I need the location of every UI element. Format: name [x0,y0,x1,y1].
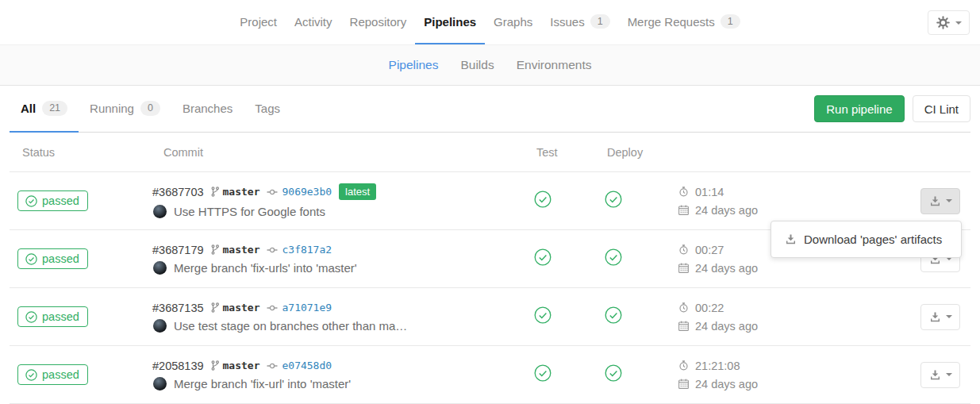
commit-cell: #2058139 master e07458d0 [152,360,525,391]
latest-badge: latest [339,183,376,200]
stage-test-status[interactable] [534,306,551,324]
age-line: 24 days ago [678,378,792,391]
pipeline-id-link[interactable]: #3687703 [152,186,204,198]
stage-deploy-status[interactable] [605,306,622,324]
commit-title-link[interactable]: Use HTTPS for Google fonts [174,205,325,218]
settings-dropdown-button[interactable] [928,10,970,35]
stage-passed-icon [534,248,551,266]
stopwatch-icon [678,360,689,371]
sub-nav-list: Pipelines Builds Environments [378,58,603,72]
status-cell: passed [10,248,152,269]
author-avatar[interactable] [153,377,167,391]
chevron-down-icon [955,21,962,25]
commit-title-link[interactable]: Merge branch 'fix-urls' into 'master' [174,261,357,275]
sub-nav-item[interactable]: Environments [505,58,603,72]
actions-cell [792,362,970,388]
ci-lint-button[interactable]: CI Lint [913,95,970,122]
pipeline-filter-tab[interactable]: Branches [171,86,244,133]
time-cell: 21:21:08 24 days ago [667,360,792,391]
age-line: 24 days ago [678,320,792,333]
top-nav-item[interactable]: Repository [341,0,416,44]
stopwatch-icon [678,187,689,197]
artifacts-button[interactable] [920,362,960,388]
header-commit: Commit [152,146,525,159]
top-nav-item[interactable]: Project [231,0,286,44]
commit-meta: #3687179 master c3f817a2 [152,244,525,256]
stage-deploy-status[interactable] [605,364,622,382]
status-cell: passed [10,306,152,327]
download-icon [785,233,797,245]
branch-link[interactable]: master [211,360,260,371]
branch-link[interactable]: master [211,244,260,256]
pipeline-id-link[interactable]: #3687179 [152,244,204,256]
pipeline-filter-tab[interactable]: Running 0 [79,86,171,133]
top-nav-item-badge: 1 [721,14,740,29]
commit-sha-wrap: e07458d0 [267,360,332,371]
stage-passed-icon [534,364,551,382]
author-avatar[interactable] [153,319,167,333]
tab-count-badge: 0 [140,101,160,116]
stage-passed-icon [534,190,551,208]
stage-deploy-cell [596,248,667,269]
pipeline-id-link[interactable]: #3687135 [152,302,204,314]
commit-sha-link[interactable]: a71071e9 [282,302,332,314]
sub-nav-item[interactable]: Builds [449,58,505,72]
pipeline-filter-tab[interactable]: Tags [244,86,291,133]
commit-cell: #3687135 master a71071e9 [152,302,525,333]
status-badge[interactable]: passed [17,248,88,269]
stage-deploy-status[interactable] [605,190,622,208]
stopwatch-icon [678,244,689,255]
top-nav-item[interactable]: Merge Requests 1 [619,0,749,44]
commit-cell: #3687179 master c3f817a2 [152,244,525,275]
top-nav-item[interactable]: Issues 1 [541,0,618,44]
pipeline-filter-tabs: All 21 Running 0 Branches Tags [10,86,291,132]
age-value: 24 days ago [695,320,758,333]
stage-test-cell [525,190,596,211]
tab-label: Tags [255,102,280,115]
branch-link[interactable]: master [211,186,260,198]
commit-sha-link[interactable]: c3f817a2 [282,244,332,256]
commit-sha-link[interactable]: e07458d0 [282,360,332,371]
stage-test-status[interactable] [534,248,551,266]
top-nav-item-label: Project [240,15,277,29]
commit-title-line: Merge branch 'fix-urls' into 'master' [152,261,525,275]
status-badge[interactable]: passed [17,190,88,211]
download-icon [929,195,941,207]
chevron-down-icon [946,373,952,376]
duration-value: 00:22 [695,302,724,314]
check-circle-icon [25,311,37,323]
status-badge[interactable]: passed [17,306,88,327]
stage-passed-icon [605,190,622,208]
sub-nav-item[interactable]: Pipelines [378,58,450,72]
branch-link[interactable]: master [211,302,260,314]
stage-test-cell [525,248,596,269]
stage-passed-icon [605,364,622,382]
commit-title-link[interactable]: Use test stage on branches other than ma… [174,319,407,333]
top-nav-item[interactable]: Pipelines [415,0,485,44]
stage-deploy-cell [596,306,667,327]
artifacts-button[interactable] [920,304,960,330]
download-pages-artifacts-item[interactable]: Download 'pages' artifacts [771,228,961,251]
commit-title-link[interactable]: Merge branch 'fix-url' into 'master' [174,377,351,391]
top-nav-item-badge: 1 [590,14,610,29]
artifacts-button[interactable] [920,188,960,214]
top-nav-item[interactable]: Activity [286,0,341,44]
pipeline-id-link[interactable]: #2058139 [152,360,204,372]
git-commit-icon [267,304,278,312]
commit-sha-link[interactable]: 9069e3b0 [282,186,332,198]
download-icon [929,369,941,381]
actions-cell [792,304,970,330]
stage-test-status[interactable] [534,190,551,208]
author-avatar[interactable] [153,205,167,218]
status-badge[interactable]: passed [17,364,88,385]
stage-deploy-cell [596,364,667,385]
pipeline-filter-tab[interactable]: All 21 [10,86,79,133]
top-nav-item[interactable]: Graphs [485,0,541,44]
stage-passed-icon [605,248,622,266]
stage-test-status[interactable] [534,364,551,382]
stage-deploy-status[interactable] [605,248,622,266]
check-circle-icon [25,195,37,207]
artifacts-dropdown-menu: Download 'pages' artifacts [771,221,962,258]
author-avatar[interactable] [153,261,167,275]
run-pipeline-button[interactable]: Run pipeline [814,95,904,122]
